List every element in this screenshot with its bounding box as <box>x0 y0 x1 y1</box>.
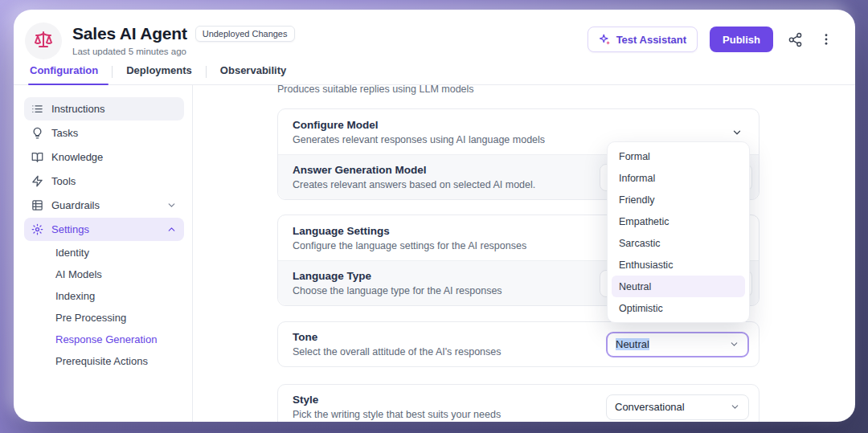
test-assistant-label: Test Assistant <box>616 34 686 46</box>
tone-card: Tone Select the overall attitude of the … <box>277 321 760 367</box>
sparkles-icon <box>599 34 611 46</box>
style-select[interactable]: Conversational <box>606 394 749 420</box>
test-assistant-button[interactable]: Test Assistant <box>588 27 698 52</box>
tone-option-formal[interactable]: Formal <box>608 145 749 167</box>
title-block: Sales AI Agent Undeployed Changes Last u… <box>72 22 295 59</box>
lightbulb-icon <box>31 127 43 139</box>
publish-button[interactable]: Publish <box>710 27 773 52</box>
sidebar-item-instructions[interactable]: Instructions <box>24 97 184 121</box>
tab-bar: Configuration Deployments Observability <box>14 61 855 85</box>
sidebar-item-label: Tasks <box>51 127 78 139</box>
chevron-up-icon <box>166 224 177 235</box>
style-card: Style Pick the writing style that best s… <box>277 384 760 422</box>
sidebar-item-label: Instructions <box>51 103 104 115</box>
tone-select[interactable]: Neutral <box>606 332 749 357</box>
sidebar-item-ai-models[interactable]: AI Models <box>24 263 184 285</box>
settings-sidebar: Instructions Tasks Knowl <box>14 85 193 422</box>
tone-description: Select the overall attitude of the AI's … <box>293 346 502 358</box>
zap-icon <box>31 175 43 187</box>
status-badge: Undeployed Changes <box>195 26 295 42</box>
language-type-description: Choose the language type for the AI resp… <box>293 285 502 297</box>
tone-option-optimistic[interactable]: Optimistic <box>608 297 749 319</box>
tone-option-sarcastic[interactable]: Sarcastic <box>608 232 749 254</box>
style-title: Style <box>293 393 501 406</box>
sidebar-item-tools[interactable]: Tools <box>24 170 184 193</box>
language-type-title: Language Type <box>293 269 502 283</box>
more-options-icon[interactable] <box>817 30 836 49</box>
app-window: Sales AI Agent Undeployed Changes Last u… <box>14 10 855 422</box>
tone-option-neutral[interactable]: Neutral <box>612 276 745 297</box>
sidebar-item-label: Guardrails <box>51 199 100 211</box>
scales-icon <box>34 30 53 52</box>
sidebar-item-tasks[interactable]: Tasks <box>24 121 184 145</box>
last-updated-text: Last updated 5 minutes ago <box>72 47 295 56</box>
style-description: Pick the writing style that best suits y… <box>293 409 501 421</box>
response-generation-panel: Produces suitable replies using LLM mode… <box>193 85 855 422</box>
tab-deployments[interactable]: Deployments <box>113 64 206 84</box>
answer-generation-model-description: Creates relevant answers based on select… <box>293 179 535 191</box>
collapse-chevron-icon[interactable] <box>731 127 743 141</box>
table-icon <box>31 199 43 211</box>
tone-option-enthusiastic[interactable]: Enthusiastic <box>608 254 749 276</box>
tone-select-value: Neutral <box>616 338 649 350</box>
sidebar-item-indexing[interactable]: Indexing <box>24 285 184 307</box>
header-actions: Test Assistant Publish <box>588 27 836 52</box>
answer-generation-model-title: Answer Generation Model <box>293 163 535 177</box>
book-icon <box>31 151 43 163</box>
sidebar-item-pre-processing[interactable]: Pre Processing <box>24 307 184 329</box>
page-title: Sales AI Agent <box>72 24 187 43</box>
sidebar-item-settings[interactable]: Settings <box>24 218 184 241</box>
list-icon <box>31 103 43 115</box>
gear-icon <box>31 223 43 235</box>
chevron-down-icon <box>730 402 740 412</box>
header: Sales AI Agent Undeployed Changes Last u… <box>14 10 855 61</box>
sidebar-item-knowledge[interactable]: Knowledge <box>24 145 184 169</box>
agent-avatar <box>25 22 62 59</box>
section-description: Produces suitable replies using LLM mode… <box>277 85 760 95</box>
tone-title: Tone <box>293 330 502 344</box>
sidebar-item-identity[interactable]: Identity <box>24 242 184 263</box>
sidebar-item-guardrails[interactable]: Guardrails <box>24 194 184 217</box>
sidebar-item-label: Settings <box>51 223 89 235</box>
tab-configuration[interactable]: Configuration <box>28 64 112 84</box>
tab-observability[interactable]: Observability <box>207 64 300 84</box>
sidebar-item-label: Knowledge <box>51 151 103 163</box>
tone-option-empathetic[interactable]: Empathetic <box>608 210 749 232</box>
sidebar-item-label: Tools <box>51 175 76 187</box>
tone-option-friendly[interactable]: Friendly <box>608 189 749 210</box>
chevron-down-icon <box>729 339 739 349</box>
header-left: Sales AI Agent Undeployed Changes Last u… <box>25 22 295 59</box>
tone-option-informal[interactable]: Informal <box>608 167 749 189</box>
share-icon[interactable] <box>785 30 805 49</box>
chevron-down-icon <box>166 200 177 210</box>
sidebar-item-prerequisite-actions[interactable]: Prerequisite Actions <box>24 350 184 372</box>
sidebar-item-response-generation[interactable]: Response Generation <box>24 329 184 350</box>
tone-dropdown-menu: Formal Informal Friendly Empathetic Sarc… <box>607 141 750 323</box>
configure-model-title: Configure Model <box>293 118 744 132</box>
style-select-value: Conversational <box>615 401 685 413</box>
